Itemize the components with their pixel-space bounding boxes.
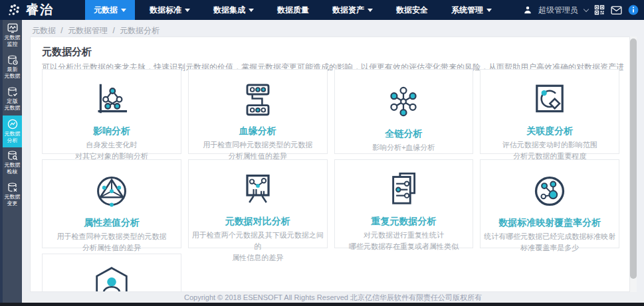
logo-flower-icon — [8, 3, 21, 17]
nav-item-data-quality[interactable]: 数据质量 — [268, 0, 318, 20]
sidebar-item-metadata-monitor[interactable]: 元数据监控 — [3, 20, 22, 52]
mail-icon[interactable] — [611, 6, 622, 15]
card-desc: 哪些元数据存在重复或者属性类似 — [349, 241, 459, 252]
card-desc: 评估元数据变动时的影响范围 — [502, 139, 597, 151]
card-desc: 用于检查同种元数据类型的元数据 — [56, 231, 166, 242]
left-sidebar: 元数据监控 最新元数据 定版元数据 — [3, 20, 22, 303]
card-title: 关联度分析 — [526, 125, 573, 137]
card-lineage-analysis[interactable]: 血缘分析 用于检查同种元数据类型的元数据 分析属性值的差异 — [188, 69, 328, 154]
card-impact-analysis[interactable]: 影响分析 自身发生变化时 对其它对象的影响分析 — [42, 69, 181, 154]
breadcrumb-item-current: 元数据分析 — [120, 26, 160, 35]
breadcrumb-item[interactable]: 元数据 — [32, 26, 56, 35]
sidebar-item-label: 元数据变更 — [5, 194, 21, 207]
nav-label: 系统管理 — [451, 5, 483, 16]
full-chain-analysis-icon — [382, 79, 425, 124]
nav-label: 数据标准 — [150, 5, 181, 16]
duplicate-metadata-analysis-icon — [382, 169, 425, 212]
info-icon[interactable] — [628, 5, 639, 15]
scrollbar-track[interactable] — [630, 37, 637, 292]
card-desc: 用于检查同种元数据类型的元数据 — [203, 139, 312, 151]
nav-item-metadata[interactable]: 元数据 — [85, 0, 135, 20]
sidebar-item-label: 元数据分析 — [5, 131, 21, 144]
card-metadata-compare-analysis[interactable]: 元数据对比分析 用于检查两个元数据及其下级元数据之间的 属性信息的差异 — [188, 159, 328, 248]
database-check-icon — [7, 87, 18, 97]
main-panel: 元数据分析 可以分析出元数据的来龙去脉，快速识别元数据的价值，掌握元数据变更可能… — [30, 37, 630, 292]
page-title: 元数据分析 — [42, 46, 629, 58]
nav-item-system-management[interactable]: 系统管理 — [443, 0, 500, 20]
sidebar-item-latest-metadata[interactable]: 最新元数据 — [3, 52, 22, 84]
user-icon — [523, 5, 532, 15]
chevron-down-icon — [368, 9, 373, 15]
sidebar-item-metadata-analysis[interactable]: 元数据分析 — [3, 115, 22, 147]
card-desc: 用于检查两个元数据及其下级元数据之间的 — [189, 230, 327, 252]
nav-label: 数据集成 — [213, 5, 245, 16]
lineage-analysis-icon — [237, 79, 279, 121]
card-standard-mapping-coverage-analysis[interactable]: 数据标准映射覆盖率分析 统计有哪些元数据已经完成数据标准映射 标准覆盖率是多少 — [480, 159, 619, 248]
analysis-card-grid: 影响分析 自身发生变化时 对其它对象的影响分析 — [42, 69, 619, 292]
copyright-text: Copyright © 2018 ESENSOFT All Rights Res… — [184, 293, 482, 303]
sidebar-item-label: 定版元数据 — [5, 98, 21, 112]
card-title: 血缘分析 — [239, 125, 276, 137]
card-desc: 属性信息的差异 — [232, 252, 283, 264]
card-desc: 分析属性值的差异 — [82, 242, 141, 254]
page-footer: Copyright © 2018 ESENSOFT All Rights Res… — [22, 292, 644, 303]
nav-item-data-asset[interactable]: 数据资产 — [324, 0, 381, 20]
top-navbar: 睿治 元数据 数据标准 数据集成 数据质量 数据资产 数据安全 系统管理 — [0, 0, 644, 20]
database-clock-icon — [7, 55, 18, 65]
card-title: 全链分析 — [385, 128, 422, 140]
card-user-analysis-partial[interactable] — [42, 254, 181, 292]
sidebar-item-versioned-metadata[interactable]: 定版元数据 — [3, 84, 22, 115]
card-duplicate-metadata-analysis[interactable]: 重复元数据分析 对元数据进行重复性统计 哪些元数据存在重复或者属性类似 — [334, 159, 474, 248]
card-title: 数据标准映射覆盖率分析 — [498, 217, 601, 229]
card-full-chain-analysis[interactable]: 全链分析 影响分析+血缘分析 — [334, 69, 474, 154]
user-name[interactable]: 超级管理员 — [538, 5, 578, 16]
card-desc: 影响分析+血缘分析 — [372, 142, 435, 153]
breadcrumb-separator: / — [112, 26, 114, 35]
scrollbar-thumb[interactable] — [630, 38, 637, 279]
chevron-down-icon — [185, 9, 190, 15]
navbar-right: 超级管理员 — [523, 0, 639, 20]
nav-item-data-standard[interactable]: 数据标准 — [141, 0, 199, 20]
attribute-diff-analysis-icon — [90, 169, 134, 213]
user-hexagon-icon — [91, 264, 132, 292]
chevron-down-icon[interactable] — [584, 6, 589, 11]
card-title: 影响分析 — [93, 125, 130, 137]
relevance-analysis-icon — [528, 79, 571, 121]
nav-item-data-integration[interactable]: 数据集成 — [205, 0, 263, 20]
card-desc: 自身发生变化时 — [86, 139, 137, 151]
nav-item-data-security[interactable]: 数据安全 — [387, 0, 437, 20]
sidebar-item-label: 元数据监控 — [5, 35, 21, 48]
main-nav: 元数据 数据标准 数据集成 数据质量 数据资产 数据安全 系统管理 — [85, 0, 506, 20]
breadcrumb: 元数据 / 元数据管理 / 元数据分析 — [32, 25, 162, 37]
card-desc: 对元数据进行重复性统计 — [364, 230, 444, 241]
bottom-edge-bar — [0, 303, 644, 306]
nav-label: 数据质量 — [277, 5, 309, 16]
card-title: 属性差值分析 — [84, 217, 140, 229]
card-desc: 统计有哪些元数据已经完成数据标准映射 — [484, 231, 615, 242]
chevron-down-icon — [486, 9, 492, 15]
card-relevance-analysis[interactable]: 关联度分析 评估元数据变动时的影响范围 分析元数据的重要程度 — [480, 69, 619, 154]
sidebar-item-label: 元数据检核 — [5, 162, 21, 175]
card-attribute-diff-analysis[interactable]: 属性差值分析 用于检查同种元数据类型的元数据 分析属性值的差异 — [42, 159, 181, 248]
breadcrumb-separator: / — [60, 26, 62, 35]
chevron-down-icon — [249, 9, 254, 15]
chevron-down-icon — [121, 9, 126, 15]
sidebar-item-metadata-check[interactable]: 元数据检核 — [3, 147, 22, 179]
analysis-chart-icon — [7, 119, 18, 129]
nav-label: 数据安全 — [396, 5, 428, 16]
card-title: 重复元数据分析 — [371, 216, 436, 228]
impact-analysis-icon — [90, 79, 133, 121]
card-title: 元数据对比分析 — [225, 216, 290, 228]
qrcode-icon[interactable] — [594, 5, 605, 15]
metadata-monitor-icon — [7, 23, 18, 33]
sidebar-item-metadata-change[interactable]: 元数据变更 — [3, 179, 22, 211]
database-change-icon — [7, 183, 18, 192]
nav-label: 元数据 — [94, 5, 118, 16]
card-desc: 标准覆盖率是多少 — [520, 242, 579, 254]
app-logo[interactable]: 睿治 — [0, 1, 85, 19]
sidebar-item-label: 最新元数据 — [5, 66, 21, 80]
database-search-icon — [7, 151, 18, 161]
logo-text: 睿治 — [26, 1, 54, 19]
standard-mapping-coverage-icon — [528, 169, 572, 213]
breadcrumb-item[interactable]: 元数据管理 — [68, 26, 108, 35]
